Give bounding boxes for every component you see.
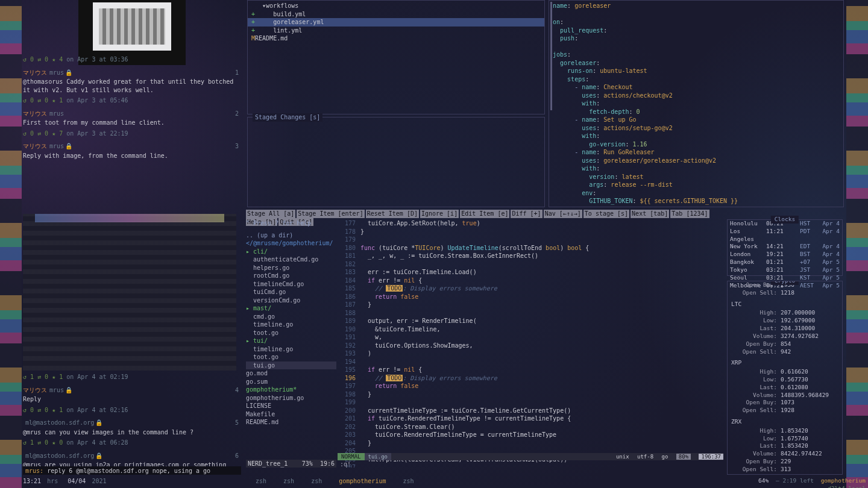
crypto-row: Open Sell:942 <box>728 348 842 356</box>
git-unstaged-row[interactable]: ▾workflows <box>251 2 541 10</box>
mastodon-timeline-pane[interactable]: ↺ 0 ⇄ 0 ★ 4 on Apr 3 at 03:361マリウスmrus🔒@… <box>23 0 241 475</box>
tree-dir[interactable]: tui/ <box>246 337 336 345</box>
yaml-line: on: <box>553 18 840 27</box>
git-command-bar: Stage All [a]Stage Item [enter]Reset Ite… <box>246 210 723 218</box>
code-line: 186 return false <box>338 293 723 301</box>
code-line: 198 } <box>338 390 723 399</box>
git-command-hint: Next [tab] <box>631 210 669 218</box>
tmux-session-name: gomphotherium <box>821 477 866 484</box>
timeline-entry[interactable]: 3マリウスmrus🔒Reply with image, from the com… <box>23 142 241 381</box>
lock-icon: 🔒 <box>65 143 72 149</box>
tree-file[interactable]: tui.go <box>246 361 336 370</box>
timeline-entry[interactable]: ↺ 0 ⇄ 0 ★ 4 on Apr 3 at 03:36 <box>23 55 241 64</box>
tree-file[interactable]: rootCmd.go <box>246 272 336 280</box>
tree-file[interactable]: gomphotherium* <box>246 386 336 394</box>
timeline-entry-body: @thomasorus Caddy worked great for that … <box>23 78 241 94</box>
timeline-entry-index: 3 <box>235 142 239 151</box>
tree-file[interactable]: timeline.go <box>246 345 336 354</box>
timeline-entry-index: 6 <box>235 452 239 460</box>
git-unstaged-row[interactable]: MREADME.md <box>251 34 541 43</box>
code-editor-pane[interactable]: 177 tuiCore.App.SetRoot(help, true)178}1… <box>338 219 723 468</box>
clock-row: New York14:21EDTApr 4 <box>728 243 842 251</box>
code-line: 202 tuiCore.Stream.Clear() <box>338 423 723 431</box>
crypto-row: Volume:1488395.968429 <box>728 392 842 399</box>
timeline-entry[interactable]: 1マリウスmrus🔒@thomasorus Caddy worked great… <box>23 69 241 105</box>
crypto-symbol: ZRX <box>728 417 842 427</box>
lock-icon: 🔒 <box>65 69 72 76</box>
yaml-preview-pane[interactable]: name: goreleaser on: pull_request: push:… <box>549 0 844 207</box>
tree-file[interactable]: timeline.go <box>246 321 336 329</box>
crypto-row: Last:204.310000 <box>728 325 842 333</box>
tree-file[interactable]: toot.go <box>246 329 336 337</box>
yaml-line: args: release --rm-dist <box>553 181 840 189</box>
timeline-entry-body: Reply <box>23 395 241 404</box>
file-tree-pane[interactable]: " Press ? for help .. (up a dir) </@mrus… <box>246 219 336 468</box>
yaml-line: runs-on: ubuntu-latest <box>553 67 840 75</box>
tree-file[interactable]: go.mod <box>246 369 336 378</box>
crypto-symbol: XRP <box>728 358 842 368</box>
yaml-line: uses: goreleaser/goreleaser-action@v2 <box>553 157 840 165</box>
tmux-window-tab[interactable]: zsh <box>283 478 294 484</box>
crypto-row: Last:0.612080 <box>728 384 842 392</box>
tree-status-pos: 19:6 <box>320 460 335 467</box>
tree-dir[interactable]: mast/ <box>246 304 336 313</box>
crypto-row: Low:1.675740 <box>728 435 842 443</box>
tree-file[interactable]: authenticateCmd.go <box>246 255 336 264</box>
yaml-line: pull_request: <box>553 27 840 35</box>
crypto-panel: Crypto Open Buy:2930Open Sell:1218LTCHig… <box>727 281 843 475</box>
tmux-window-tab[interactable]: zsh <box>256 478 266 484</box>
code-line: 191 w, <box>338 333 723 342</box>
crypto-row: Volume:3274.927682 <box>728 333 842 340</box>
tree-file[interactable]: gomphotherium.go <box>246 394 336 402</box>
tree-file[interactable]: go.sum <box>246 378 336 386</box>
tree-file[interactable]: Makefile <box>246 410 336 419</box>
timeline-entry[interactable]: 4マリウスmrus🔒Reply↺ 0 ⇄ 0 ★ 1 on Apr 4 at 0… <box>23 386 241 414</box>
editor-charset: utf-8 <box>637 454 653 460</box>
git-unstaged-row[interactable]: + lint.yml <box>251 27 541 35</box>
status-date: 04/04 <box>68 478 86 484</box>
tree-file[interactable]: timelineCmd.go <box>246 280 336 289</box>
yaml-line: name: goreleaser <box>553 2 840 10</box>
timeline-entry-author: マリウスmrus🔒 <box>23 142 241 151</box>
tree-path: </@mrusme/gomphotherium/ <box>246 239 336 248</box>
crypto-row: Low:0.567730 <box>728 376 842 384</box>
timeline-command-input[interactable]: mrus: reply 6 @ml@mastodon.sdf.org nope,… <box>23 466 241 475</box>
clock-row: Tokyo03:21JSTApr 5 <box>728 266 842 274</box>
timeline-entry[interactable]: 5ml@mastodon.sdf.org🔒@mrus can you view … <box>23 419 241 447</box>
yaml-line: steps: <box>553 75 840 84</box>
tree-file[interactable]: cmd.go <box>246 313 336 321</box>
git-unstaged-pane[interactable]: ▾workflows+ build.yml+ goreleaser.yml+ l… <box>247 0 545 114</box>
tree-file[interactable]: LICENSE <box>246 402 336 410</box>
tree-up-dir[interactable]: .. (up a dir) <box>246 231 336 240</box>
timeline-entry-stats: ↺ 1 ⇄ 0 ★ 1 on Apr 4 at 02:19 <box>23 373 241 381</box>
crypto-row: Open Buy:854 <box>728 340 842 348</box>
yaml-line: goreleaser: <box>553 59 840 67</box>
yaml-line: push: <box>553 34 840 43</box>
tree-file[interactable]: tuiCmd.go <box>246 288 336 296</box>
tmux-window-tab[interactable]: zsh <box>311 478 322 484</box>
tmux-window-tab[interactable]: gomphotherium <box>339 478 386 484</box>
scrollbar[interactable] <box>550 2 552 110</box>
git-unstaged-row[interactable]: + build.yml <box>251 10 541 19</box>
timeline-entry-body: Reply with image, from the command line. <box>23 152 241 160</box>
tmux-window-tab[interactable]: zsh <box>403 478 414 484</box>
tree-file[interactable]: helpers.go <box>246 264 336 272</box>
tree-file[interactable]: toot.go <box>246 353 336 361</box>
yaml-line: GITHUB_TOKEN: ${{ secrets.GITHUB_TOKEN }… <box>553 197 840 205</box>
timeline-entry-stats: ↺ 1 ⇄ 0 ★ 0 on Apr 4 at 06:28 <box>23 439 241 447</box>
git-staged-pane[interactable]: Staged Changes [s] <box>247 117 545 207</box>
timeline-entry[interactable]: 2マリウスmrusFirst toot from my command line… <box>23 110 241 138</box>
timeline-entry-author: ml@mastodon.sdf.org🔒 <box>23 419 241 427</box>
code-line: 190 &tuiCore.Timeline, <box>338 325 723 334</box>
timeline-entry-author: マリウスmrus🔒 <box>23 69 241 77</box>
tree-file[interactable]: versionCmd.go <box>246 296 336 305</box>
tree-file[interactable]: README.md <box>246 418 336 427</box>
git-unstaged-row[interactable]: + goreleaser.yml <box>248 18 544 27</box>
timeline-image-thumb <box>93 2 171 51</box>
wallpaper-left-strip <box>0 0 22 488</box>
editor-command-line[interactable]: :q! <box>338 460 723 468</box>
lock-icon: 🔒 <box>95 452 102 459</box>
tmux-window-tabs[interactable]: zshzshzshgomphotheriumzsh <box>247 477 723 486</box>
tree-dir[interactable]: cli/ <box>246 248 336 256</box>
yaml-line: with: <box>553 164 840 173</box>
